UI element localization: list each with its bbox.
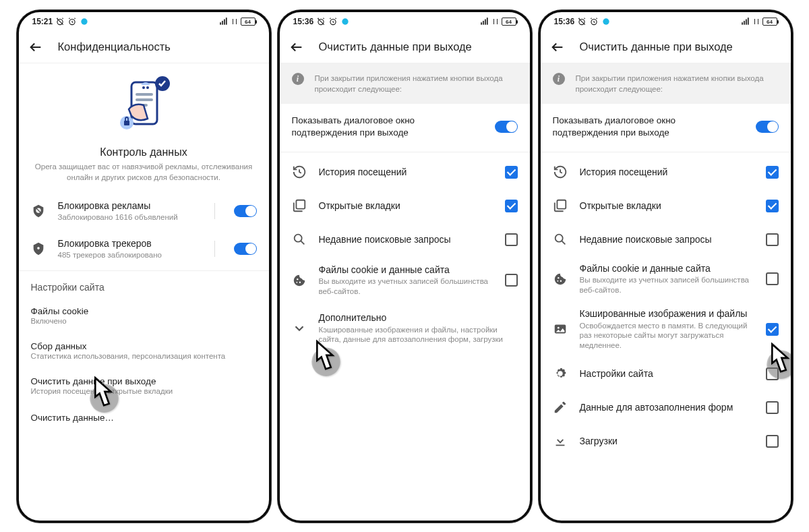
info-icon: i (553, 73, 565, 85)
confirm-label: Показывать диалоговое окно подтверждения… (553, 115, 744, 138)
privacy-illustration (103, 70, 184, 141)
history-checkbox[interactable] (766, 166, 779, 179)
status-bar: 15:36 64 (280, 12, 530, 31)
back-button[interactable] (28, 40, 43, 55)
item-cookies[interactable]: Файлы cookie Включено (19, 297, 269, 332)
info-text: При закрытии приложения нажатием кнопки … (315, 73, 518, 94)
tracker-toggle[interactable] (234, 243, 257, 255)
alarm-icon (328, 17, 338, 26)
history-checkbox[interactable] (505, 166, 518, 179)
alarm-off-icon (316, 17, 326, 26)
cookie-icon (292, 273, 307, 288)
info-banner: i При закрытии приложения нажатием кнопк… (280, 63, 530, 104)
row-open-tabs[interactable]: Открытые вкладки (541, 189, 791, 223)
svg-rect-26 (296, 200, 305, 209)
row-downloads[interactable]: Загрузки (541, 424, 791, 458)
svg-rect-8 (136, 93, 153, 96)
phone-3: 15:36 64 Очистить данные при выходе i Пр… (539, 10, 793, 523)
svg-point-30 (296, 282, 297, 283)
row-recent-searches[interactable]: Недавние поисковые запросы (280, 223, 530, 256)
adblock-title: Блокировка рекламы (58, 200, 202, 212)
row-ad-blocking[interactable]: Блокировка рекламы Заблокировано 1616 об… (19, 192, 269, 230)
info-icon: i (292, 73, 304, 85)
svg-rect-25 (486, 18, 487, 25)
back-button[interactable] (550, 40, 565, 55)
status-time: 15:36 (293, 17, 314, 26)
volte-icon (231, 17, 239, 26)
app-bar: Конфиденциальность (19, 31, 269, 63)
autofill-checkbox[interactable] (766, 401, 779, 414)
hero-title: Контроль данных (34, 146, 254, 158)
adblock-icon (31, 204, 46, 218)
tracker-title: Блокировка трекеров (58, 237, 202, 249)
row-cached-images[interactable]: Кэшированные изображения и файлы Освобож… (541, 301, 791, 357)
row-tracker-blocking[interactable]: Блокировка трекеров 485 трекеров заблоки… (19, 230, 269, 268)
svg-rect-3 (220, 22, 221, 25)
cookies-checkbox[interactable] (766, 272, 779, 285)
svg-point-45 (557, 327, 559, 329)
row-cookies[interactable]: Файлы cookie и данные сайта Вы выходите … (541, 256, 791, 301)
svg-rect-22 (481, 22, 482, 25)
adblock-toggle[interactable] (234, 205, 257, 217)
svg-rect-38 (747, 18, 748, 25)
svg-point-42 (560, 280, 561, 281)
svg-point-28 (297, 278, 298, 280)
item-clear-data[interactable]: Очистить данные… (19, 402, 269, 430)
confirm-label: Показывать диалоговое окно подтверждения… (292, 115, 483, 138)
svg-point-12 (146, 86, 149, 89)
status-time: 15:36 (554, 17, 575, 26)
section-site-settings[interactable]: Настройки сайта (19, 274, 269, 297)
page-title: Очистить данные при выходе (580, 40, 733, 53)
row-confirm-dialog[interactable]: Показывать диалоговое окно подтверждения… (541, 104, 791, 149)
tracker-icon (31, 241, 46, 256)
downloads-checkbox[interactable] (766, 435, 779, 448)
svg-rect-4 (222, 21, 223, 25)
phone-2: 15:36 64 Очистить данные при выходе i Пр… (278, 10, 532, 523)
cookies-checkbox[interactable] (505, 274, 518, 287)
searches-checkbox[interactable] (766, 233, 779, 246)
svg-rect-24 (485, 20, 486, 25)
download-icon (553, 434, 568, 448)
tabs-checkbox[interactable] (505, 200, 518, 212)
tabs-icon (553, 198, 568, 213)
row-recent-searches[interactable]: Недавние поисковые запросы (541, 223, 791, 256)
item-data-collection[interactable]: Сбор данных Статистика использования, пе… (19, 332, 269, 367)
row-open-tabs[interactable]: Открытые вкладки (280, 189, 530, 223)
cloud-icon (340, 17, 350, 26)
history-icon (553, 165, 568, 179)
tracker-sub: 485 трекеров заблокировано (58, 250, 202, 260)
svg-point-40 (555, 235, 562, 242)
item-clear-on-exit[interactable]: Очистить данные при выходе История посещ… (19, 367, 269, 402)
row-history[interactable]: История посещений (280, 155, 530, 189)
cache-checkbox[interactable] (766, 323, 779, 336)
adblock-sub: Заблокировано 1616 объявлений (58, 212, 202, 223)
divider (214, 241, 215, 257)
confirm-toggle[interactable] (495, 121, 518, 133)
row-site-settings[interactable]: Настройки сайта (541, 357, 791, 390)
status-bar: 15:36 64 (541, 12, 791, 31)
confirm-toggle[interactable] (756, 121, 779, 133)
cloud-icon (601, 17, 611, 26)
svg-point-11 (142, 86, 145, 89)
row-cookies[interactable]: Файлы cookie и данные сайта Вы выходите … (280, 256, 530, 304)
searches-checkbox[interactable] (505, 233, 518, 246)
divider (214, 203, 215, 219)
chevron-down-icon (292, 321, 307, 336)
alarm-icon (589, 17, 599, 26)
row-advanced[interactable]: Дополнительно Кэшированные изображения и… (280, 304, 530, 352)
row-history[interactable]: История посещений (541, 155, 791, 189)
row-confirm-dialog[interactable]: Показывать диалоговое окно подтверждения… (280, 104, 530, 149)
back-button[interactable] (289, 40, 304, 55)
svg-point-27 (294, 235, 301, 242)
row-autofill[interactable]: Данные для автозаполнения форм (541, 390, 791, 424)
page-title: Конфиденциальность (58, 40, 171, 53)
svg-rect-9 (136, 98, 153, 101)
signal-icon (741, 17, 750, 26)
hero-subtitle: Opera защищает вас от навязчивой рекламы… (34, 162, 254, 183)
tabs-checkbox[interactable] (766, 200, 779, 212)
signal-icon (219, 17, 229, 26)
svg-rect-36 (744, 21, 745, 25)
history-icon (292, 165, 307, 179)
site-checkbox[interactable] (766, 367, 779, 380)
app-bar: Очистить данные при выходе (280, 31, 530, 63)
